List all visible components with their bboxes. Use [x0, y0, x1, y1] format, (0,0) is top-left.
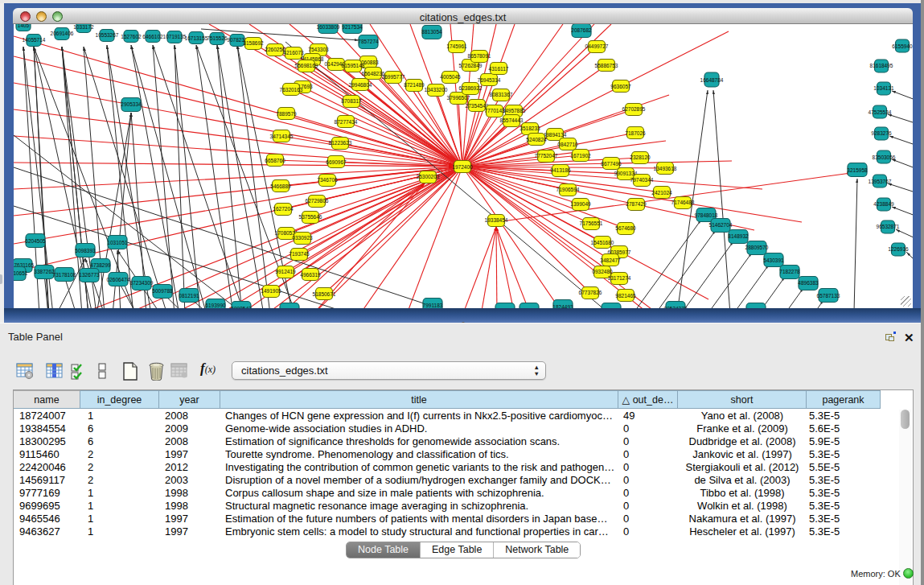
svg-text:47525534: 47525534 — [869, 109, 892, 115]
svg-text:7515526: 7515526 — [207, 35, 228, 41]
svg-text:28809570: 28809570 — [745, 245, 769, 250]
svg-text:16713155: 16713155 — [185, 35, 208, 41]
svg-text:51462704: 51462704 — [709, 222, 733, 228]
svg-text:51850671: 51850671 — [313, 291, 336, 297]
svg-text:29946804: 29946804 — [349, 82, 372, 88]
svg-text:25300203: 25300203 — [417, 174, 440, 179]
svg-text:71746488: 71746488 — [671, 200, 695, 205]
svg-text:80831367: 80831367 — [490, 92, 513, 97]
svg-text:6193990: 6193990 — [205, 303, 226, 308]
svg-text:62729806: 62729806 — [306, 198, 329, 204]
svg-text:0812191: 0812191 — [179, 293, 199, 299]
svg-text:13171274: 13171274 — [608, 275, 631, 281]
svg-text:34714345: 34714345 — [270, 134, 294, 139]
svg-text:67737826: 67737826 — [579, 290, 602, 295]
svg-text:5430391: 5430391 — [763, 257, 784, 263]
svg-text:6658760: 6658760 — [265, 158, 285, 163]
svg-text:4738299: 4738299 — [90, 262, 111, 268]
svg-text:87234309: 87234309 — [130, 280, 154, 286]
svg-text:55886753: 55886753 — [595, 63, 618, 68]
svg-text:7889579: 7889579 — [276, 111, 297, 117]
svg-text:7991183: 7991183 — [423, 303, 443, 308]
svg-text:4238849: 4238849 — [873, 201, 894, 207]
svg-text:2787429: 2787429 — [626, 201, 647, 207]
svg-text:7187026: 7187026 — [625, 130, 646, 136]
svg-text:10553267: 10553267 — [96, 32, 119, 38]
svg-text:6466102: 6466102 — [142, 34, 163, 39]
svg-text:5240824: 5240824 — [526, 137, 547, 142]
svg-text:1627204: 1627204 — [273, 206, 294, 212]
svg-text:16648784: 16648784 — [700, 77, 724, 83]
svg-text:1034131: 1034131 — [873, 85, 894, 91]
svg-text:3158692: 3158692 — [243, 40, 264, 46]
svg-text:5466889: 5466889 — [270, 183, 291, 189]
svg-text:65787133: 65787133 — [817, 293, 840, 299]
svg-text:1031051: 1031051 — [107, 240, 128, 245]
svg-text:0330923: 0330923 — [292, 235, 313, 241]
svg-text:7543303: 7543303 — [308, 47, 329, 52]
svg-text:1033172: 1033172 — [73, 24, 94, 30]
svg-text:9413186: 9413186 — [550, 167, 571, 173]
svg-text:85574443: 85574443 — [500, 117, 524, 123]
svg-text:97848018: 97848018 — [695, 212, 718, 218]
svg-text:4316117: 4316117 — [489, 66, 509, 72]
svg-text:4005045: 4005045 — [440, 74, 461, 80]
svg-text:8721489: 8721489 — [404, 82, 425, 88]
svg-text:2260256: 2260256 — [265, 47, 285, 52]
svg-text:9912419: 9912419 — [275, 269, 296, 274]
svg-text:6690967: 6690967 — [326, 159, 347, 165]
svg-text:0842710: 0842710 — [557, 142, 578, 147]
svg-text:4966319: 4966319 — [300, 272, 321, 278]
svg-text:5674680: 5674680 — [615, 225, 636, 231]
svg-text:81223623: 81223623 — [329, 140, 352, 146]
svg-text:5098393: 5098393 — [75, 248, 96, 253]
svg-text:76320163: 76320163 — [280, 87, 303, 93]
svg-text:14055714: 14055714 — [23, 37, 46, 43]
svg-text:5009788: 5009788 — [152, 288, 173, 294]
svg-text:6155940: 6155940 — [892, 43, 913, 49]
svg-text:9283276: 9283276 — [871, 130, 892, 136]
svg-text:73178108: 73178108 — [53, 272, 76, 278]
svg-text:34957885: 34957885 — [503, 108, 526, 113]
svg-text:1491905: 1491905 — [261, 288, 281, 294]
svg-text:4216073: 4216073 — [283, 50, 304, 56]
svg-text:79740344: 79740344 — [630, 177, 654, 183]
svg-text:7346706: 7346706 — [317, 177, 338, 183]
svg-text:71756551: 71756551 — [580, 220, 603, 226]
svg-text:37996507: 37996507 — [447, 95, 470, 101]
svg-text:49894134: 49894134 — [544, 132, 567, 138]
svg-text:1671902: 1671902 — [570, 153, 591, 159]
svg-text:3215958: 3215958 — [847, 167, 868, 173]
svg-text:16033809: 16033809 — [317, 24, 340, 30]
svg-text:8148932: 8148932 — [728, 233, 749, 239]
svg-text:86578091: 86578091 — [468, 53, 491, 59]
svg-text:81618495: 81618495 — [870, 63, 893, 68]
svg-text:1972400: 1972400 — [452, 164, 473, 170]
svg-text:3518233: 3518233 — [519, 126, 540, 131]
svg-text:2087682: 2087682 — [571, 27, 592, 33]
svg-text:96532871: 96532871 — [877, 224, 900, 229]
svg-text:36995777: 36995777 — [382, 74, 405, 80]
svg-text:9636057: 9636057 — [610, 84, 631, 89]
svg-text:87277434: 87277434 — [335, 119, 358, 125]
svg-text:3387262: 3387262 — [34, 269, 55, 274]
svg-text:1326773: 1326773 — [79, 272, 100, 278]
svg-text:1405: 1405 — [18, 24, 30, 28]
svg-text:7857274: 7857274 — [358, 39, 379, 44]
svg-text:2905334: 2905334 — [121, 101, 142, 107]
svg-text:13433200: 13433200 — [425, 87, 448, 93]
svg-text:8813054: 8813054 — [421, 29, 442, 35]
svg-text:83503056: 83503056 — [873, 154, 896, 160]
svg-text:04499727: 04499727 — [585, 43, 609, 49]
svg-text:9821465: 9821465 — [615, 293, 636, 299]
svg-text:6204505: 6204505 — [25, 238, 46, 244]
svg-text:77752047: 77752047 — [535, 153, 558, 159]
svg-text:8677496: 8677496 — [601, 161, 622, 167]
svg-text:3482477: 3482477 — [600, 257, 621, 263]
svg-text:8708317: 8708317 — [341, 98, 362, 104]
svg-text:15451680: 15451680 — [591, 240, 614, 245]
svg-text:62702895: 62702895 — [622, 106, 646, 112]
svg-text:71906594: 71906594 — [556, 187, 580, 192]
svg-text:57262849: 57262849 — [459, 63, 483, 68]
svg-text:13953767: 13953767 — [869, 179, 892, 184]
